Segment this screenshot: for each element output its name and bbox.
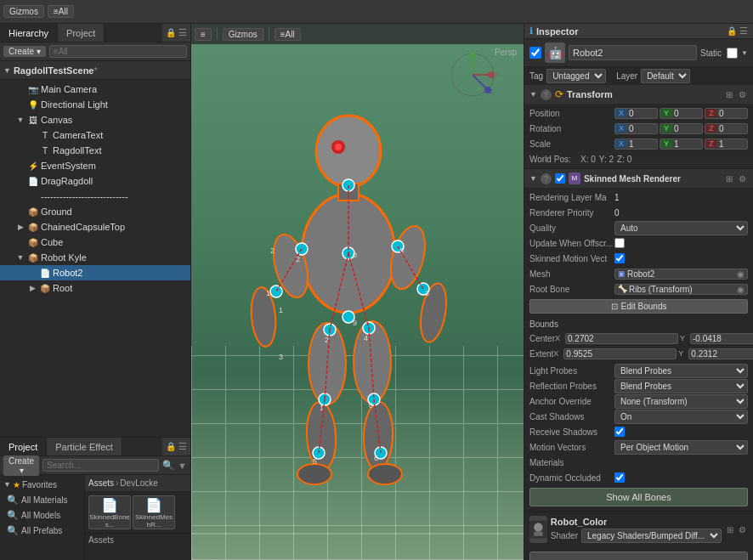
transform-extra-btn2[interactable]: ⚙ xyxy=(737,90,748,99)
asset-thumb[interactable]: 📄SkinnedBones... xyxy=(88,495,131,529)
skinned-motion-checkbox[interactable] xyxy=(614,253,625,263)
tree-item-camera-text[interactable]: TCameraText xyxy=(0,127,190,143)
pos-x-input[interactable] xyxy=(627,109,657,118)
skinned-mesh-help-icon[interactable]: ? xyxy=(541,173,552,184)
project-menu-icon[interactable]: ☰ xyxy=(178,441,187,452)
scale-x-input[interactable] xyxy=(627,139,657,149)
layer-select[interactable]: Default xyxy=(641,69,690,83)
tab-hierarchy[interactable]: Hierarchy xyxy=(0,24,58,42)
asset-thumb[interactable]: 📄SkinnedMeshR... xyxy=(133,495,175,529)
obj-active-checkbox[interactable] xyxy=(529,47,541,59)
asset-label: SkinnedMeshR... xyxy=(133,513,174,529)
receive-shadows-checkbox[interactable] xyxy=(614,427,625,437)
all-filter-button[interactable]: ≡All xyxy=(48,5,74,18)
reflection-probes-select[interactable]: Blend Probes xyxy=(614,379,748,393)
center-y-field: Y xyxy=(680,333,753,344)
hierarchy-search-input[interactable] xyxy=(49,45,187,58)
extent-y-axis: Y xyxy=(678,349,688,358)
tree-item-drag-ragdoll[interactable]: 📄DragRagdoll xyxy=(0,173,190,189)
viewport[interactable]: ≡ Gizmos ≡All Persp Y X xyxy=(191,24,524,560)
anchor-override-select[interactable]: None (Transform) xyxy=(614,394,748,409)
skinned-mesh-active-checkbox[interactable] xyxy=(555,173,565,184)
center-x-input[interactable] xyxy=(565,333,678,344)
filter-icon[interactable]: ▼ xyxy=(178,461,187,471)
rot-z-input[interactable] xyxy=(717,124,747,133)
skinned-mesh-section: ▼ ? M Skinned Mesh Renderer ⊞ ⚙ Renderin… xyxy=(524,169,753,512)
edit-bounds-button[interactable]: ⊡ Edit Bounds xyxy=(529,299,748,314)
static-dropdown-icon[interactable]: ▼ xyxy=(741,49,748,57)
static-checkbox[interactable] xyxy=(727,48,738,59)
assets-grid: 📄SkinnedBones...📄SkinnedMeshR... xyxy=(85,492,190,533)
tree-icon-main-camera: 📷 xyxy=(27,83,39,95)
project-search-input[interactable] xyxy=(42,459,159,472)
extent-y-input[interactable] xyxy=(688,348,753,359)
shader-select[interactable]: Legacy Shaders/Bumped Diff... xyxy=(581,529,722,543)
viewport-shading-button[interactable]: ≡ xyxy=(195,28,212,41)
update-offscreen-checkbox[interactable] xyxy=(614,238,625,248)
tree-item-separator[interactable]: ---------------------------- xyxy=(0,189,190,204)
mesh-label: Mesh xyxy=(529,269,614,279)
gizmos-toggle-button[interactable]: Gizmos xyxy=(223,28,263,41)
tree-icon-camera-text: T xyxy=(39,129,51,141)
scale-y-input[interactable] xyxy=(672,139,702,149)
tree-arrow-robot-kyle xyxy=(15,252,25,263)
root-bone-dot-icon[interactable]: ◉ xyxy=(737,285,745,294)
tree-item-canvas[interactable]: 🖼Canvas xyxy=(0,112,190,127)
left-panel: Hierarchy Project 🔒 ☰ Create ▾ ▼ Ragdoll… xyxy=(0,24,191,560)
tree-item-ragdoll-text[interactable]: TRagdollText xyxy=(0,143,190,158)
pos-z-input[interactable] xyxy=(717,109,747,118)
favorites-item[interactable]: 🔍All Models xyxy=(0,507,84,523)
extent-x-input[interactable] xyxy=(563,348,677,359)
tab-project[interactable]: Project xyxy=(0,438,47,455)
tree-item-cube[interactable]: 📦Cube xyxy=(0,235,190,250)
center-y-input[interactable] xyxy=(690,333,753,344)
inspector-menu-icon[interactable]: ☰ xyxy=(739,25,748,37)
pos-y-input[interactable] xyxy=(672,109,702,118)
favorites-item[interactable]: 🔍All Materials xyxy=(0,492,84,507)
skinned-mesh-extra-btn2[interactable]: ⚙ xyxy=(737,174,748,184)
rot-y-label: Y xyxy=(660,124,672,133)
add-component-button[interactable]: Add Component xyxy=(529,552,748,560)
hierarchy-menu-icon[interactable]: ☰ xyxy=(178,27,187,38)
tab-particle-effect[interactable]: Particle Effect xyxy=(47,438,122,455)
tree-item-robot-kyle[interactable]: 📦Robot Kyle xyxy=(0,250,190,265)
rot-y-input[interactable] xyxy=(672,124,702,133)
hierarchy-create-button[interactable]: Create ▾ xyxy=(3,46,46,57)
quality-select[interactable]: Auto xyxy=(614,221,748,235)
gizmos-button[interactable]: Gizmos xyxy=(3,5,44,18)
favorites-item[interactable]: 🔍All Prefabs xyxy=(0,523,84,538)
show-bones-button[interactable]: Show All Bones xyxy=(529,488,748,506)
transform-arrow-icon: ▼ xyxy=(529,90,537,99)
dynamic-occluded-checkbox[interactable] xyxy=(614,472,625,483)
tag-select[interactable]: Untagged xyxy=(546,69,606,83)
rot-x-input[interactable] xyxy=(627,124,657,133)
transform-help-icon[interactable]: ? xyxy=(541,89,552,100)
transform-header[interactable]: ▼ ? ⟳ Transform ⊞ ⚙ xyxy=(524,85,753,104)
robot-color-extra-btn1[interactable]: ⊞ xyxy=(725,525,735,535)
tree-item-robot2[interactable]: 📄Robot2 xyxy=(0,265,190,280)
tree-item-ground[interactable]: 📦Ground xyxy=(0,204,190,219)
cast-shadows-label: Cast Shadows xyxy=(529,412,614,421)
tab-project-top[interactable]: Project xyxy=(58,24,105,42)
mesh-dot-icon[interactable]: ◉ xyxy=(737,269,745,279)
motion-vectors-select[interactable]: Per Object Motion xyxy=(614,440,748,455)
skinned-mesh-header[interactable]: ▼ ? M Skinned Mesh Renderer ⊞ ⚙ xyxy=(524,169,753,188)
svg-text:4: 4 xyxy=(364,334,368,342)
project-create-button[interactable]: Create ▾ xyxy=(3,455,39,476)
tree-item-dir-light[interactable]: 💡Directional Light xyxy=(0,97,190,112)
obj-name-input[interactable] xyxy=(569,45,697,60)
light-probes-select[interactable]: Blend Probes xyxy=(614,364,748,378)
inspector-lock-icon[interactable]: 🔒 xyxy=(727,26,737,36)
tree-item-chained-capsule[interactable]: 📦ChainedCapsuleTop xyxy=(0,219,190,235)
robot-color-extra-btn2[interactable]: ⚙ xyxy=(737,525,748,535)
tree-item-event-system[interactable]: ⚡EventSystem xyxy=(0,158,190,173)
tree-icon-ragdoll-text: T xyxy=(39,144,51,156)
cast-shadows-select[interactable]: On xyxy=(614,410,748,424)
skinned-mesh-extra-btn1[interactable]: ⊞ xyxy=(724,174,734,184)
all-objects-button[interactable]: ≡All xyxy=(275,28,301,41)
tree-item-main-camera[interactable]: 📷Main Camera xyxy=(0,82,190,97)
tree-item-root[interactable]: 📦Root xyxy=(0,280,190,296)
scale-z-input[interactable] xyxy=(717,139,747,149)
scene-arrow: ▼ xyxy=(3,66,11,75)
transform-extra-btn1[interactable]: ⊞ xyxy=(724,90,734,99)
